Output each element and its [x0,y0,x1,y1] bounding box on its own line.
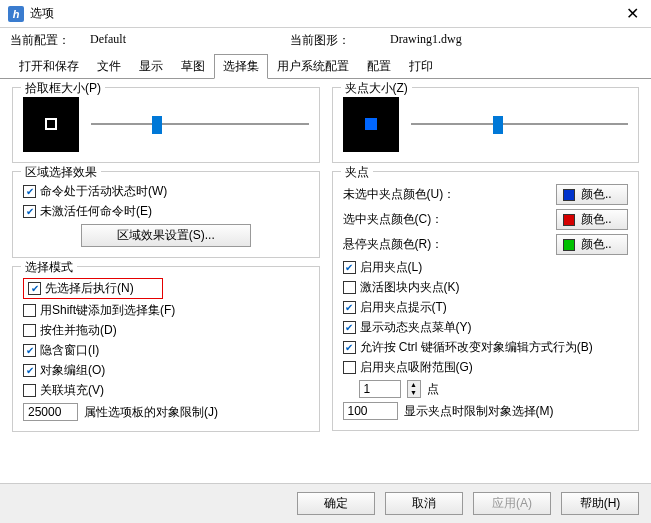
swatch-hover [563,239,575,251]
grip-group: 夹点 未选中夹点颜色(U)： 颜色.. 选中夹点颜色(C)： 颜色.. 悬停夹点… [332,171,640,431]
color-sel-label: 选中夹点颜色(C)： [343,211,444,228]
window-title: 选项 [30,5,622,22]
pickbox-title: 拾取框大小(P) [21,80,105,97]
mode-chk-implied-label: 隐含窗口(I) [40,342,99,359]
current-drawing-label: 当前图形： [290,32,390,49]
mode-chk-drag-label: 按住并拖动(D) [40,322,117,339]
tab-user-system[interactable]: 用户系统配置 [268,54,358,79]
tab-print[interactable]: 打印 [400,54,442,79]
grip-chk-dynmenu[interactable]: ✔ [343,321,356,334]
mode-chk-noun-verb[interactable]: ✔ [28,282,41,295]
color-unsel-button[interactable]: 颜色.. [556,184,628,205]
swatch-unsel [563,189,575,201]
mode-limit-label: 属性选项板的对象限制(J) [84,404,218,421]
apply-button[interactable]: 应用(A) [473,492,551,515]
grip-chk-block-label: 激活图块内夹点(K) [360,279,460,296]
chevron-up-icon: ▲ [408,381,420,389]
current-drawing-value: Drawing1.dwg [390,32,462,49]
mode-limit-input[interactable]: 25000 [23,403,78,421]
grip-title: 夹点 [341,164,373,181]
title-bar: h 选项 ✕ [0,0,651,28]
snap-range-suffix: 点 [427,381,439,398]
swatch-sel [563,214,575,226]
gripsize-preview [343,96,399,152]
grip-chk-ctrl-label: 允许按 Ctrl 键循环改变对象编辑方式行为(B) [360,339,593,356]
tab-file[interactable]: 文件 [88,54,130,79]
chevron-down-icon: ▼ [408,389,420,397]
current-config-label: 当前配置： [10,32,90,49]
mode-title: 选择模式 [21,259,77,276]
mode-chk-hatch-label: 关联填充(V) [40,382,104,399]
region-group: 区域选择效果 ✔命令处于活动状态时(W) ✔未激活任何命令时(E) 区域效果设置… [12,171,320,258]
mode-chk-shift-label: 用Shift键添加到选择集(F) [40,302,175,319]
cancel-button[interactable]: 取消 [385,492,463,515]
grip-chk-tip[interactable]: ✔ [343,301,356,314]
tab-selection[interactable]: 选择集 [214,54,268,79]
mode-chk-group-label: 对象编组(O) [40,362,105,379]
grip-chk-tip-label: 启用夹点提示(T) [360,299,447,316]
pickbox-preview [23,96,79,152]
grip-limit-input[interactable]: 100 [343,402,398,420]
grip-limit-label: 显示夹点时限制对象选择(M) [404,403,554,420]
region-settings-button[interactable]: 区域效果设置(S)... [81,224,251,247]
config-row: 当前配置： Default 当前图形： Drawing1.dwg [0,28,651,53]
color-hover-label: 悬停夹点颜色(R)： [343,236,444,253]
grip-chk-enable[interactable]: ✔ [343,261,356,274]
current-config-value: Default [90,32,290,49]
ok-button[interactable]: 确定 [297,492,375,515]
mode-chk-drag[interactable] [23,324,36,337]
gripsize-group: 夹点大小(Z) [332,87,640,163]
gripsize-title: 夹点大小(Z) [341,80,412,97]
footer: 确定 取消 应用(A) 帮助(H) [0,483,651,523]
grip-chk-ctrl[interactable]: ✔ [343,341,356,354]
grip-chk-dynmenu-label: 显示动态夹点菜单(Y) [360,319,472,336]
tab-display[interactable]: 显示 [130,54,172,79]
help-button[interactable]: 帮助(H) [561,492,639,515]
mode-chk-noun-verb-label: 先选择后执行(N) [45,280,134,297]
region-chk-active[interactable]: ✔ [23,185,36,198]
tab-bar: 打开和保存 文件 显示 草图 选择集 用户系统配置 配置 打印 [0,53,651,79]
mode-chk-group[interactable]: ✔ [23,364,36,377]
color-hover-button[interactable]: 颜色.. [556,234,628,255]
snap-range-spinner[interactable]: ▲▼ [407,380,421,398]
color-sel-button[interactable]: 颜色.. [556,209,628,230]
mode-chk-shift[interactable] [23,304,36,317]
grip-chk-block[interactable] [343,281,356,294]
tab-open-save[interactable]: 打开和保存 [10,54,88,79]
grip-chk-enable-label: 启用夹点(L) [360,259,423,276]
grip-chk-snap-label: 启用夹点吸附范围(G) [360,359,473,376]
region-chk-active-label: 命令处于活动状态时(W) [40,183,167,200]
mode-group: 选择模式 ✔先选择后执行(N) 用Shift键添加到选择集(F) 按住并拖动(D… [12,266,320,432]
app-icon: h [8,6,24,22]
region-chk-inactive[interactable]: ✔ [23,205,36,218]
snap-range-input[interactable]: 1 [359,380,401,398]
region-title: 区域选择效果 [21,164,101,181]
tab-sketch[interactable]: 草图 [172,54,214,79]
close-icon[interactable]: ✕ [622,4,643,23]
tab-config[interactable]: 配置 [358,54,400,79]
highlight-box: ✔先选择后执行(N) [23,278,163,299]
mode-chk-implied[interactable]: ✔ [23,344,36,357]
color-unsel-label: 未选中夹点颜色(U)： [343,186,456,203]
mode-chk-hatch[interactable] [23,384,36,397]
region-chk-inactive-label: 未激活任何命令时(E) [40,203,152,220]
pickbox-group: 拾取框大小(P) [12,87,320,163]
pickbox-slider[interactable] [91,114,309,134]
grip-chk-snap[interactable] [343,361,356,374]
gripsize-slider[interactable] [411,114,629,134]
